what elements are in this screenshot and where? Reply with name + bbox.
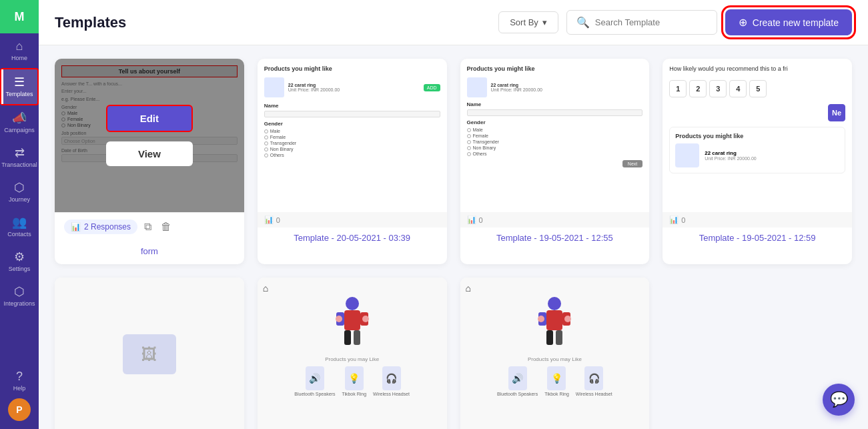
- templates-area: Tell us about yourself Answer the T... w…: [39, 45, 868, 429]
- nps-preview: How likely would you recommend this to a…: [663, 59, 852, 212]
- bar-chart-icon-1: 📊: [264, 216, 274, 224]
- sort-label: Sort By: [510, 17, 538, 27]
- card-preview-form[interactable]: Tell us about yourself Answer the T... w…: [55, 59, 244, 212]
- view-button[interactable]: View: [106, 141, 193, 166]
- card-preview-3[interactable]: How likely would you recommend this to a…: [663, 59, 852, 212]
- edit-button[interactable]: Edit: [106, 105, 193, 132]
- product-info-2: 22 carat ring Unit Price: INR 20000.00: [491, 83, 542, 92]
- chat-bubble[interactable]: 💬: [823, 384, 855, 416]
- sidebar-item-home[interactable]: ⌂ Home: [0, 33, 39, 68]
- journey-icon: ⬡: [14, 181, 25, 193]
- svg-point-8: [548, 297, 561, 310]
- sidebar-label-integrations: Integrations: [3, 300, 35, 307]
- sidebar-item-integrations[interactable]: ⬡ Integrations: [0, 279, 39, 314]
- svg-point-7: [362, 316, 369, 322]
- stats-count-2: 0: [479, 216, 483, 224]
- product-name-2: 22 carat ring: [491, 83, 542, 87]
- products-label-2: Products you may Like: [528, 356, 582, 362]
- nps-numbers: 1 2 3 4 5: [669, 80, 845, 97]
- home-icon-ecom2: ⌂: [466, 283, 471, 294]
- product-icon-speaker-2: 🔊 Bluetooth Speakers: [497, 366, 538, 396]
- speaker-label: Bluetooth Speakers: [294, 392, 335, 396]
- help-icon: ?: [16, 370, 23, 382]
- card-preview-1[interactable]: Products you might like 22 carat ring Un…: [258, 59, 447, 212]
- product-price-2: Unit Price: INR 20000.00: [491, 87, 542, 92]
- product-price-nps: Unit Price: INR 20000.00: [705, 156, 756, 161]
- topbar: Templates Sort By ▾ 🔍 ⊕ Create new templ…: [39, 0, 868, 45]
- survey-form-2: Name Gender Male Female Transgender Non …: [467, 101, 643, 156]
- card-overlay-form: Edit View: [55, 59, 244, 212]
- card-name-form: form: [55, 241, 244, 264]
- profile-avatar[interactable]: P: [8, 398, 31, 421]
- transactional-icon: ⇄: [15, 147, 25, 159]
- nps-next-btn[interactable]: Ne: [828, 104, 845, 121]
- ring-icon-2: 💡: [547, 366, 566, 390]
- sidebar-label-campaigns: Campaigns: [4, 127, 35, 133]
- add-to-cart-button[interactable]: ADD: [424, 84, 440, 91]
- product-card-title: Products you might like: [675, 133, 839, 139]
- bar-chart-icon: 📊: [71, 222, 81, 232]
- app-logo: M: [0, 0, 39, 33]
- duplicate-button[interactable]: ⧉: [143, 220, 153, 234]
- next-button[interactable]: Next: [622, 160, 642, 167]
- headset-icon-2: 🎧: [584, 366, 603, 390]
- svg-point-6: [336, 316, 342, 322]
- sidebar-item-contacts[interactable]: 👥 Contacts: [0, 209, 39, 244]
- sort-button[interactable]: Sort By ▾: [498, 11, 558, 33]
- template-card-3: How likely would you recommend this to a…: [663, 59, 852, 264]
- radio-female-s: Female: [264, 135, 440, 139]
- template-card-ecom1: ⌂ Products you may Like: [258, 278, 447, 429]
- svg-rect-9: [546, 310, 562, 330]
- ring-label: Tikbok Ring: [342, 392, 366, 396]
- nps-1: 1: [669, 80, 687, 97]
- speaker-icon-2: 🔊: [508, 366, 527, 390]
- product-item-2: 22 carat ring Unit Price: INR 20000.00: [467, 77, 643, 97]
- ring-label-2: Tikbok Ring: [544, 392, 569, 396]
- speaker-icon: 🔊: [306, 366, 324, 390]
- card-preview-blank[interactable]: 🖼: [55, 278, 244, 429]
- svg-rect-13: [556, 330, 562, 345]
- sidebar-item-settings[interactable]: ⚙ Settings: [0, 244, 39, 279]
- create-template-button[interactable]: ⊕ Create new template: [725, 9, 852, 35]
- search-input[interactable]: [595, 17, 707, 27]
- products-label-1: Products you may Like: [325, 356, 379, 362]
- product-details: 22 carat ring Unit Price: INR 20000.00: [705, 150, 756, 161]
- name-input-2: [467, 109, 643, 116]
- product-icon-headset: 🎧 Wireless Headset: [373, 366, 410, 396]
- card-preview-ecom1[interactable]: ⌂ Products you may Like: [258, 278, 447, 429]
- survey-form-section: Name Gender Male Female Transgender Non …: [264, 103, 440, 157]
- stats-bar-1: 📊 0: [258, 212, 447, 228]
- svg-rect-12: [546, 330, 553, 345]
- headset-label-2: Wireless Headset: [576, 392, 612, 396]
- main-content: Templates Sort By ▾ 🔍 ⊕ Create new templ…: [39, 0, 868, 429]
- nps-3: 3: [709, 80, 727, 97]
- sidebar-item-journey[interactable]: ⬡ Journey: [0, 175, 39, 209]
- card-preview-2[interactable]: Products you might like 22 carat ring Un…: [460, 59, 650, 212]
- card-preview-ecom2[interactable]: ⌂ Products you may Like 🔊: [460, 278, 650, 429]
- sidebar-label-settings: Settings: [9, 266, 31, 272]
- stats-count-1: 0: [276, 216, 280, 224]
- survey-preview-2: Products you might like 22 carat ring Un…: [460, 59, 650, 212]
- nps-2: 2: [689, 80, 707, 97]
- product-icons-1: 🔊 Bluetooth Speakers 💡 Tikbok Ring 🎧 Wir…: [294, 366, 410, 396]
- svg-rect-4: [344, 330, 351, 345]
- response-badge: 📊 2 Responses: [64, 220, 137, 234]
- page-title: Templates: [55, 14, 490, 31]
- create-label: Create new template: [753, 17, 839, 28]
- template-card-1: Products you might like 22 carat ring Un…: [258, 59, 447, 264]
- bar-chart-icon-3: 📊: [669, 216, 679, 224]
- character-svg-2: [528, 294, 581, 354]
- contacts-icon: 👥: [12, 216, 27, 228]
- sidebar-item-campaigns[interactable]: 📣 Campaigns: [0, 105, 39, 140]
- delete-button[interactable]: 🗑: [159, 220, 173, 234]
- radio-group-2: Male Female Transgender Non Binary Other…: [467, 127, 643, 156]
- sidebar-item-transactional[interactable]: ⇄ Transactional: [0, 140, 39, 175]
- sidebar-item-templates[interactable]: ☰ Templates: [0, 68, 39, 105]
- card-name-1: Template - 20-05-2021 - 03:39: [258, 228, 447, 251]
- svg-point-0: [346, 297, 359, 310]
- templates-icon: ☰: [14, 76, 25, 88]
- product-row: 22 carat ring Unit Price: INR 20000.00: [675, 143, 839, 167]
- sidebar-item-help[interactable]: ? Help: [0, 364, 39, 398]
- search-box[interactable]: 🔍: [566, 10, 717, 35]
- survey-name-input: [264, 111, 440, 117]
